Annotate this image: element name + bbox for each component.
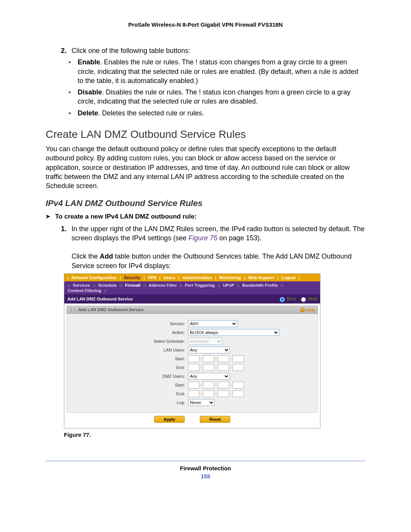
- sub-tab[interactable]: Address Filter: [147, 283, 178, 288]
- figure-reference-link[interactable]: Figure 75: [188, 234, 217, 242]
- sub-nav-tabs: ::Services::Schedule::Firewall::Address …: [64, 281, 320, 294]
- log-select[interactable]: Never: [188, 399, 215, 406]
- bullet-icon: •: [68, 109, 78, 118]
- step-number: 1.: [61, 224, 72, 270]
- lan-start-label: Start:: [67, 356, 188, 361]
- section-body: You can change the default outbound poli…: [46, 144, 365, 190]
- lan-users-label: LAN Users:: [67, 348, 188, 352]
- ip-octet-input[interactable]: [218, 390, 229, 397]
- procedure-title: ➤ To create a new IPv4 LAN DMZ outbound …: [46, 213, 365, 220]
- help-icon: ?: [300, 308, 305, 312]
- step-2-text: Click one of the following table buttons…: [72, 46, 190, 55]
- main-tab[interactable]: Logout: [280, 275, 297, 280]
- action-row: Action: BLOCK always: [67, 329, 317, 336]
- lan-end-label: End:: [67, 365, 188, 370]
- step-1: 1. In the upper right of the LAN DMZ Rul…: [61, 224, 365, 270]
- footer-page-number: 155: [46, 473, 365, 479]
- footer-section-title: Firewall Protection: [46, 465, 365, 471]
- ip-version-switch: IPv4 IPv6: [278, 296, 317, 302]
- step-number: 2.: [61, 46, 72, 55]
- dmz-start-label: Start:: [67, 383, 188, 387]
- sub-tab[interactable]: Port Triggering: [184, 283, 216, 288]
- ipv6-radio-input[interactable]: [301, 297, 306, 302]
- ip-octet-input[interactable]: [203, 390, 214, 397]
- step-2: 2. Click one of the following table butt…: [61, 46, 365, 55]
- sub-tab[interactable]: Schedule: [97, 283, 118, 288]
- lan-end-row: End: ...: [67, 364, 317, 371]
- ip-octet-input[interactable]: [218, 382, 229, 388]
- dmz-end-label: End:: [67, 391, 188, 396]
- action-select[interactable]: BLOCK always: [188, 329, 279, 336]
- main-nav-tabs: |Network Configuration|Security|VPN|User…: [64, 274, 320, 281]
- help-link[interactable]: ? Help: [300, 308, 315, 312]
- bullet-icon: •: [68, 88, 78, 106]
- ip-octet-input[interactable]: [188, 390, 199, 397]
- document-header: ProSafe Wireless-N 8-Port Gigabit VPN Fi…: [46, 21, 365, 28]
- sub-tab[interactable]: Services: [72, 283, 91, 288]
- apply-button[interactable]: Apply: [154, 416, 185, 423]
- bullet-text: Disable. Disables the rule or rules. The…: [78, 88, 365, 106]
- service-label: Service:: [67, 321, 188, 326]
- service-select[interactable]: ANY: [188, 320, 237, 327]
- ip-octet-input[interactable]: [233, 390, 244, 397]
- ip-octet-input[interactable]: [203, 364, 214, 371]
- screenshot-figure: |Network Configuration|Security|VPN|User…: [64, 273, 320, 428]
- lan-start-ip: ...: [188, 355, 244, 362]
- bullet-text: Enable. Enables the rule or rules. The !…: [78, 58, 365, 85]
- dmz-users-label: DMZ Users:: [67, 374, 188, 379]
- lan-end-ip: ...: [188, 364, 244, 371]
- main-tab[interactable]: Security: [123, 275, 142, 280]
- ipv4-radio[interactable]: IPv4: [278, 296, 296, 302]
- ip-octet-input[interactable]: [218, 364, 229, 371]
- ipv4-radio-input[interactable]: [280, 297, 285, 302]
- bullet-icon: •: [68, 58, 78, 85]
- ip-octet-input[interactable]: [233, 382, 244, 388]
- lan-users-row: LAN Users: Any: [67, 347, 317, 353]
- button-description-list: •Enable. Enables the rule or rules. The …: [46, 58, 365, 118]
- ip-octet-input[interactable]: [233, 364, 244, 371]
- sub-tab[interactable]: Bandwidth Profile: [241, 283, 279, 288]
- procedure-text: To create a new IPv4 LAN DMZ outbound ru…: [55, 213, 197, 220]
- ip-octet-input[interactable]: [188, 355, 199, 362]
- ip-octet-input[interactable]: [233, 355, 244, 362]
- bullet-item: •Disable. Disables the rule or rules. Th…: [68, 88, 365, 106]
- main-tab[interactable]: Monitoring: [218, 275, 242, 280]
- log-row: Log: Never: [67, 399, 317, 406]
- breadcrumb-title: Add LAN DMZ Outbound Service: [67, 297, 133, 301]
- log-label: Log:: [67, 400, 188, 405]
- dmz-users-select[interactable]: Any: [188, 373, 230, 380]
- ip-octet-input[interactable]: [188, 382, 199, 388]
- lan-users-select[interactable]: Any: [188, 347, 230, 353]
- schedule-label: Select Schedule:: [67, 339, 188, 343]
- ipv6-radio[interactable]: IPv6: [299, 296, 317, 302]
- lan-start-row: Start: ...: [67, 355, 317, 362]
- sub-tab[interactable]: Firewall: [124, 283, 142, 288]
- schedule-select[interactable]: schedule1: [188, 338, 222, 345]
- bullet-text: Delete. Deletes the selected rule or rul…: [78, 109, 204, 118]
- main-tab[interactable]: Administration: [181, 275, 214, 280]
- main-tab[interactable]: Network Configuration: [70, 275, 118, 280]
- action-label: Action:: [67, 330, 188, 335]
- main-tab[interactable]: VPN: [146, 275, 158, 280]
- section-heading: Create LAN DMZ Outbound Service Rules: [46, 128, 365, 141]
- main-tab[interactable]: Users: [162, 275, 177, 280]
- ip-octet-input[interactable]: [203, 382, 214, 388]
- page-footer: Firewall Protection 155: [46, 461, 365, 479]
- bullet-item: •Delete. Deletes the selected rule or ru…: [68, 109, 365, 118]
- ip-octet-input[interactable]: [203, 355, 214, 362]
- sub-tab[interactable]: UPnP: [222, 283, 235, 288]
- dmz-end-ip: ...: [188, 390, 244, 397]
- panel-title: ⋮⋮ Add LAN DMZ Outbound Service: [69, 307, 143, 312]
- sub-tab[interactable]: Content Filtering: [67, 288, 102, 293]
- dmz-end-row: End: ...: [67, 390, 317, 397]
- reset-button[interactable]: Reset: [200, 416, 230, 423]
- dmz-start-row: Start: ...: [67, 382, 317, 388]
- ip-octet-input[interactable]: [218, 355, 229, 362]
- ip-octet-input[interactable]: [188, 364, 199, 371]
- service-row: Service: ANY: [67, 320, 317, 327]
- subsection-heading: IPv4 LAN DMZ Outbound Service Rules: [46, 198, 365, 208]
- form-area: Service: ANY Action: BLOCK always Select…: [67, 314, 318, 413]
- panel-header: ⋮⋮ Add LAN DMZ Outbound Service ? Help: [67, 306, 318, 314]
- breadcrumb-bar: Add LAN DMZ Outbound Service IPv4 IPv6: [64, 294, 320, 304]
- main-tab[interactable]: Web Support: [247, 275, 276, 280]
